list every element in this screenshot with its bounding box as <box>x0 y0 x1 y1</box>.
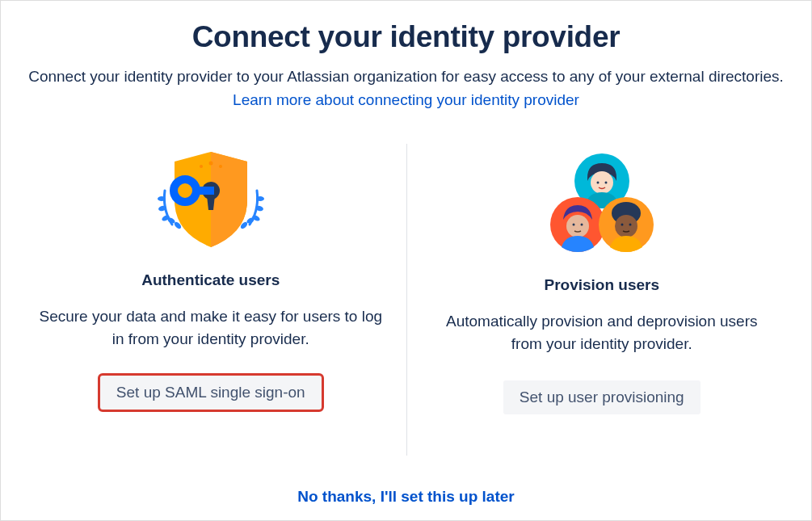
cards-container: Authenticate users Secure your data and … <box>15 144 797 456</box>
provision-description: Automatically provision and deprovision … <box>430 310 775 355</box>
skip-link[interactable]: No thanks, I'll set this up later <box>297 488 514 506</box>
svg-rect-15 <box>193 187 214 195</box>
page-title: Connect your identity provider <box>192 20 621 54</box>
description-text: Connect your identity provider to your A… <box>28 68 784 85</box>
authenticate-title: Authenticate users <box>141 271 280 289</box>
svg-point-12 <box>219 165 222 168</box>
svg-point-18 <box>596 182 599 184</box>
svg-point-2 <box>158 196 166 201</box>
svg-point-23 <box>580 224 583 226</box>
setup-provisioning-button[interactable]: Set up user provisioning <box>503 380 701 414</box>
svg-point-7 <box>256 196 264 201</box>
svg-point-17 <box>591 171 613 194</box>
svg-point-26 <box>615 215 637 237</box>
page-description: Connect your identity provider to your A… <box>19 65 794 111</box>
svg-point-21 <box>566 215 589 237</box>
provision-title: Provision users <box>544 276 659 294</box>
setup-saml-button[interactable]: Set up SAML single sign-on <box>100 376 322 410</box>
users-group-icon <box>529 149 675 262</box>
svg-point-11 <box>208 162 212 166</box>
provision-card: Provision users Automatically provision … <box>406 144 797 456</box>
shield-key-icon <box>138 144 284 257</box>
svg-point-28 <box>629 224 631 226</box>
svg-point-22 <box>572 224 574 226</box>
svg-point-10 <box>200 165 203 168</box>
learn-more-link[interactable]: Learn more about connecting your identit… <box>233 91 579 108</box>
authenticate-description: Secure your data and make it easy for us… <box>38 305 384 350</box>
svg-point-19 <box>604 182 607 184</box>
authenticate-card: Authenticate users Secure your data and … <box>15 144 406 456</box>
svg-point-27 <box>621 224 623 226</box>
